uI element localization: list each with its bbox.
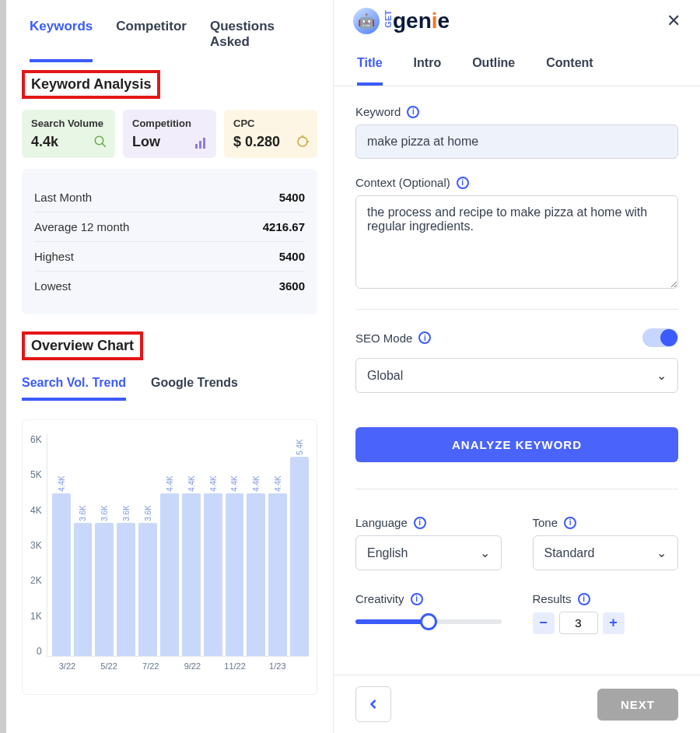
keyword-input[interactable] — [355, 125, 678, 159]
brand-logo: 🤖 GETgenie — [353, 8, 450, 34]
creativity-slider[interactable] — [355, 619, 502, 624]
footer-bar: NEXT — [334, 675, 700, 733]
tab-questions-asked[interactable]: Questions Asked — [210, 19, 310, 62]
back-button[interactable] — [355, 686, 391, 722]
bar: 3.6K — [74, 523, 93, 656]
bar: 4.4K — [268, 493, 287, 656]
context-textarea[interactable]: the process and recipe to make pizza at … — [355, 195, 678, 289]
context-label: Context (Optional) — [355, 176, 450, 189]
bar-value-label: 3.6K — [100, 505, 109, 521]
section-overview-chart: Overview Chart — [22, 331, 143, 360]
tab-competitor[interactable]: Competitor — [116, 19, 187, 62]
decrement-button[interactable]: − — [533, 612, 555, 634]
bar-value-label: 4.4K — [208, 475, 217, 492]
info-icon[interactable]: i — [578, 593, 590, 605]
stat-row: Highest 5400 — [34, 242, 305, 272]
chevron-down-icon: ⌄ — [656, 368, 667, 383]
language-value: English — [367, 546, 408, 560]
bar-value-label: 4.4K — [274, 475, 282, 492]
results-input[interactable] — [559, 612, 598, 634]
svg-rect-3 — [199, 141, 201, 149]
section-keyword-analysis: Keyword Analysis — [22, 70, 160, 99]
language-select[interactable]: English ⌄ — [355, 535, 502, 570]
stat-label: Lowest — [34, 279, 72, 293]
bar: 5.4K — [290, 457, 309, 657]
bar: 4.4K — [160, 493, 179, 656]
subtab-google-trends[interactable]: Google Trends — [151, 376, 238, 401]
info-icon[interactable]: i — [564, 517, 576, 529]
metric-label: Competition — [132, 117, 207, 129]
tab-keywords[interactable]: Keywords — [30, 19, 93, 62]
svg-point-5 — [298, 137, 307, 146]
right-panel: 🤖 GETgenie ✕ Title Intro Outline Content… — [333, 0, 700, 733]
info-icon[interactable]: i — [418, 331, 431, 344]
next-button[interactable]: NEXT — [597, 689, 678, 721]
y-tick: 1K — [30, 611, 42, 622]
stat-label: Average 12 month — [34, 220, 129, 233]
results-stepper: − + — [533, 612, 679, 634]
region-select[interactable]: Global ⌄ — [355, 358, 678, 393]
region-value: Global — [367, 369, 403, 383]
bar: 3.6K — [117, 523, 135, 656]
toggle-knob — [660, 329, 677, 346]
bar-value-label: 4.4K — [230, 475, 239, 492]
info-icon[interactable]: i — [411, 593, 423, 605]
seo-mode-label: SEO Mode — [355, 331, 412, 345]
metric-label: Search Volume — [31, 117, 106, 129]
bar-value-label: 4.4K — [187, 475, 195, 492]
language-label: Language — [355, 516, 408, 529]
stat-row: Average 12 month 4216.67 — [34, 212, 305, 242]
x-tick: 11/22 — [224, 661, 246, 671]
creativity-label: Creativity — [355, 592, 404, 605]
left-tabs: Keywords Competitor Questions Asked — [22, 0, 317, 62]
y-tick: 3K — [30, 540, 42, 551]
bar-value-label: 4.4K — [165, 475, 173, 492]
x-tick: 9/22 — [182, 661, 203, 671]
bar: 4.4K — [52, 493, 71, 656]
svg-line-1 — [102, 143, 106, 147]
tone-label: Tone — [533, 516, 558, 529]
scrollbar-track-left — [0, 0, 6, 733]
bar: 3.6K — [138, 523, 157, 656]
results-label: Results — [533, 592, 572, 605]
info-icon[interactable]: i — [457, 177, 469, 189]
tab-outline[interactable]: Outline — [472, 56, 515, 86]
metrics-row: Search Volume 4.4k Competition Low CPC $… — [22, 110, 317, 158]
info-icon[interactable]: i — [407, 106, 419, 118]
bar-value-label: 4.4K — [252, 475, 261, 492]
close-icon[interactable]: ✕ — [667, 11, 681, 31]
bar-value-label: 3.6K — [79, 505, 87, 521]
stat-value: 5400 — [279, 250, 305, 263]
analyze-keyword-button[interactable]: ANALYZE KEYWORD — [355, 427, 678, 462]
search-icon — [93, 135, 107, 152]
y-tick: 5K — [30, 469, 42, 480]
tab-title[interactable]: Title — [357, 56, 383, 86]
bar: 4.4K — [204, 493, 222, 656]
right-tabs: Title Intro Outline Content — [334, 42, 700, 86]
y-tick: 2K — [30, 575, 42, 586]
increment-button[interactable]: + — [603, 612, 625, 634]
bars-icon — [194, 138, 208, 152]
search-volume-chart: 6K 5K 4K 3K 2K 1K 0 4.4K3.6K3.6K3.6K3.6K… — [22, 419, 317, 695]
slider-knob[interactable] — [420, 613, 437, 630]
seo-mode-toggle[interactable] — [642, 328, 678, 347]
tab-intro[interactable]: Intro — [414, 56, 442, 86]
y-tick: 4K — [30, 505, 42, 516]
stat-row: Last Month 5400 — [34, 183, 305, 212]
bars-container: 4.4K3.6K3.6K3.6K3.6K4.4K4.4K4.4K4.4K4.4K… — [47, 434, 309, 657]
genie-icon: 🤖 — [353, 8, 380, 34]
bar: 4.4K — [226, 493, 244, 656]
tone-select[interactable]: Standard ⌄ — [533, 535, 679, 570]
tab-content[interactable]: Content — [546, 56, 593, 86]
bar-value-label: 3.6K — [144, 505, 152, 521]
bar-value-label: 4.4K — [57, 475, 65, 492]
svg-rect-2 — [195, 144, 198, 149]
stat-value: 3600 — [279, 279, 305, 293]
stat-label: Last Month — [34, 191, 92, 204]
info-icon[interactable]: i — [414, 517, 426, 529]
bar-value-label: 3.6K — [122, 505, 131, 521]
slider-fill — [355, 619, 429, 624]
y-tick: 6K — [30, 434, 42, 445]
metric-search-volume: Search Volume 4.4k — [22, 110, 115, 158]
subtab-search-vol-trend[interactable]: Search Vol. Trend — [22, 376, 126, 401]
